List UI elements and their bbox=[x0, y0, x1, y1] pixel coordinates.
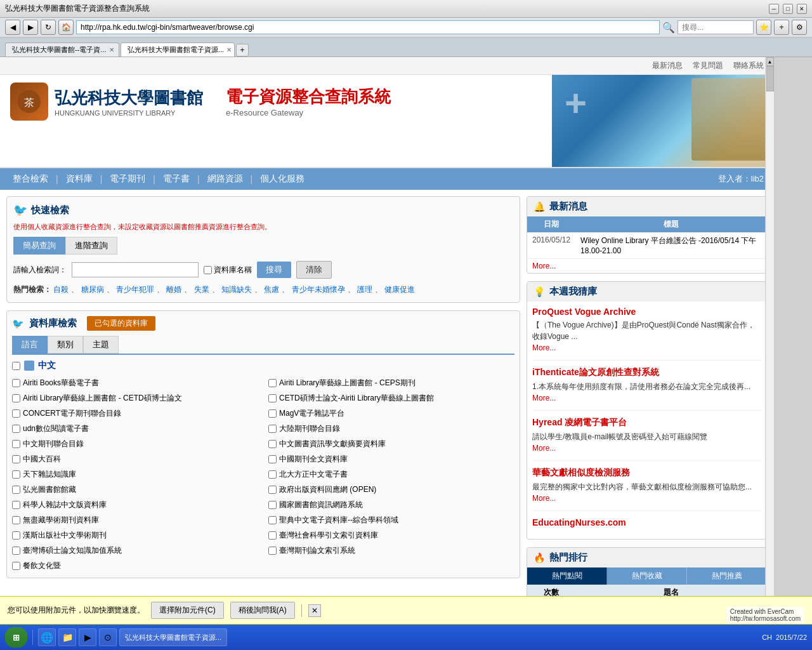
hot-term-2[interactable]: 糖尿病 bbox=[81, 285, 104, 294]
tab-easy-search[interactable]: 簡易查詢 bbox=[13, 237, 65, 255]
home-button[interactable]: 🏠 bbox=[58, 20, 74, 35]
db-checkbox-left-10[interactable] bbox=[12, 531, 20, 540]
taskbar-folder-icon[interactable]: 📁 bbox=[58, 628, 76, 646]
db-checkbox-right-2[interactable] bbox=[268, 409, 277, 418]
clear-button[interactable]: 清除 bbox=[296, 261, 332, 279]
hot-tab-bookmarks[interactable]: 熱門收藏 bbox=[607, 567, 687, 585]
activated-db-button[interactable]: 已勾選的資料庫 bbox=[87, 316, 155, 331]
favorites-button[interactable]: ⭐ bbox=[756, 20, 771, 35]
maximize-button[interactable]: □ bbox=[783, 4, 793, 14]
scroll-thumb[interactable] bbox=[766, 66, 774, 91]
scrollbar[interactable]: ▲ ▼ bbox=[765, 57, 774, 639]
back-button[interactable]: ◀ bbox=[5, 20, 20, 35]
nav-latest-news[interactable]: 最新消息 bbox=[652, 60, 683, 71]
nav-personal-service[interactable]: 個人化服務 bbox=[258, 172, 307, 186]
db-checkbox-right-4[interactable] bbox=[268, 440, 277, 448]
db-name-checkbox[interactable] bbox=[204, 266, 212, 274]
lang-tab-subject[interactable]: 主題 bbox=[83, 336, 119, 354]
hot-term-1[interactable]: 自殺 bbox=[53, 285, 69, 294]
nav-faq[interactable]: 常見問題 bbox=[693, 60, 723, 71]
thisweek-more-0[interactable]: More... bbox=[532, 342, 762, 354]
start-button[interactable]: ⊞ bbox=[5, 627, 27, 647]
hot-term-7[interactable]: 焦慮 bbox=[264, 285, 279, 294]
new-tab-button[interactable]: + bbox=[236, 44, 249, 56]
db-checkbox-right-6[interactable] bbox=[268, 470, 277, 479]
thisweek-db-title-2[interactable]: Hyread 凌網電子書平台 bbox=[532, 417, 762, 428]
thisweek-db-title-3[interactable]: 華藝文獻相似度檢測服務 bbox=[532, 467, 762, 479]
add-favorite-button[interactable]: + bbox=[774, 20, 789, 35]
thisweek-more-2[interactable]: More... bbox=[532, 442, 762, 454]
news-subject-0[interactable]: Wiley Online Library 平台維護公告 -2016/05/14 … bbox=[575, 232, 765, 259]
db-label-left-4: 中文期刊聯合目錄 bbox=[23, 439, 84, 449]
db-checkbox-left-2[interactable] bbox=[12, 409, 20, 418]
db-checkbox-left-3[interactable] bbox=[12, 425, 20, 433]
main-search-input[interactable] bbox=[72, 262, 199, 277]
go-button[interactable]: 🔍 bbox=[662, 22, 675, 34]
tab-advanced-search[interactable]: 進階查詢 bbox=[65, 237, 117, 255]
db-checkbox-right-10[interactable] bbox=[268, 531, 277, 540]
thisweek-more-1[interactable]: More... bbox=[532, 392, 762, 404]
nav-ebook[interactable]: 電子書 bbox=[160, 172, 192, 186]
db-checkbox-left-8[interactable] bbox=[12, 501, 20, 509]
nav-web-resources[interactable]: 網路資源 bbox=[205, 172, 246, 186]
db-checkbox-right-11[interactable] bbox=[268, 547, 277, 555]
scroll-up-button[interactable]: ▲ bbox=[766, 57, 774, 66]
db-checkbox-right-9[interactable] bbox=[268, 516, 277, 524]
tab-2-close[interactable]: ✕ bbox=[226, 46, 232, 53]
close-button[interactable]: ✕ bbox=[797, 4, 807, 14]
install-addon-button[interactable]: 選擇附加元件(C) bbox=[151, 602, 224, 619]
tab-1-close[interactable]: ✕ bbox=[109, 46, 114, 53]
db-checkbox-right-7[interactable] bbox=[268, 486, 277, 494]
db-checkbox-left-12[interactable] bbox=[12, 562, 20, 570]
browser-search-input[interactable] bbox=[678, 20, 754, 34]
ask-later-button[interactable]: 稍後詢問我(A) bbox=[230, 602, 295, 619]
taskbar-ie-icon[interactable]: 🌐 bbox=[38, 628, 56, 646]
taskbar-active-window[interactable]: 弘光科技大學圖書館電子資源... bbox=[119, 628, 227, 646]
nav-ejournal[interactable]: 電子期刊 bbox=[107, 172, 148, 186]
db-checkbox-right-5[interactable] bbox=[268, 455, 277, 463]
db-checkbox-left-9[interactable] bbox=[12, 516, 20, 524]
hot-tab-views[interactable]: 熱門點閱 bbox=[527, 567, 607, 585]
db-checkbox-left-5[interactable] bbox=[12, 455, 20, 463]
minimize-button[interactable]: ─ bbox=[769, 4, 779, 14]
hot-term-6[interactable]: 知識缺失 bbox=[221, 285, 252, 294]
hot-term-8[interactable]: 青少年未婚懷孕 bbox=[292, 285, 345, 294]
taskbar-media-icon[interactable]: ▶ bbox=[79, 628, 96, 646]
lang-tab-language[interactable]: 語言 bbox=[12, 336, 48, 354]
db-checkbox-right-1[interactable] bbox=[268, 394, 277, 402]
tab-1[interactable]: 弘光科技大學圖書館--電子資... ✕ bbox=[5, 43, 119, 56]
db-checkbox-left-7[interactable] bbox=[12, 486, 20, 494]
refresh-button[interactable]: ↻ bbox=[41, 20, 56, 35]
db-checkbox-right-0[interactable] bbox=[268, 379, 277, 387]
db-checkbox-right-8[interactable] bbox=[268, 501, 277, 509]
thisweek-db-title-1[interactable]: iThenticate論文原創性查對系統 bbox=[532, 367, 762, 378]
thisweek-more-3[interactable]: More... bbox=[532, 493, 762, 504]
taskbar-chrome-icon[interactable]: ⊙ bbox=[99, 628, 117, 646]
thisweek-db-title-0[interactable]: ProQuest Vogue Archive bbox=[532, 307, 762, 317]
search-button[interactable]: 搜尋 bbox=[257, 262, 291, 278]
hot-term-10[interactable]: 健康促進 bbox=[384, 285, 415, 294]
db-checkbox-left-6[interactable] bbox=[12, 470, 20, 479]
hot-term-4[interactable]: 離婚 bbox=[166, 285, 181, 294]
news-more-link[interactable]: More... bbox=[527, 259, 765, 273]
cn-select-all-checkbox[interactable] bbox=[12, 362, 20, 370]
settings-icon[interactable]: ⚙ bbox=[792, 20, 807, 35]
tab-2[interactable]: 弘光科技大學圖書館電子資源... ✕ bbox=[121, 43, 235, 56]
hot-term-5[interactable]: 失業 bbox=[194, 285, 209, 294]
url-input[interactable] bbox=[76, 20, 660, 34]
hot-tab-recommended[interactable]: 熱門推薦 bbox=[687, 567, 765, 585]
db-checkbox-left-1[interactable] bbox=[12, 394, 20, 402]
db-checkbox-left-11[interactable] bbox=[12, 547, 20, 555]
thisweek-db-title-4[interactable]: EducatingNurses.com bbox=[532, 517, 762, 527]
lang-tab-category[interactable]: 類別 bbox=[48, 336, 83, 354]
nav-database[interactable]: 資料庫 bbox=[63, 172, 95, 186]
nav-integrated-search[interactable]: 整合檢索 bbox=[10, 172, 51, 186]
notification-close-button[interactable]: ✕ bbox=[308, 604, 321, 617]
hot-term-3[interactable]: 青少年犯罪 bbox=[116, 285, 154, 294]
db-checkbox-right-3[interactable] bbox=[268, 425, 277, 433]
forward-button[interactable]: ▶ bbox=[23, 20, 38, 35]
hot-term-9[interactable]: 護理 bbox=[357, 285, 372, 294]
db-checkbox-left-4[interactable] bbox=[12, 440, 20, 448]
nav-contact[interactable]: 聯絡系統 bbox=[733, 60, 764, 71]
db-checkbox-left-0[interactable] bbox=[12, 379, 20, 387]
